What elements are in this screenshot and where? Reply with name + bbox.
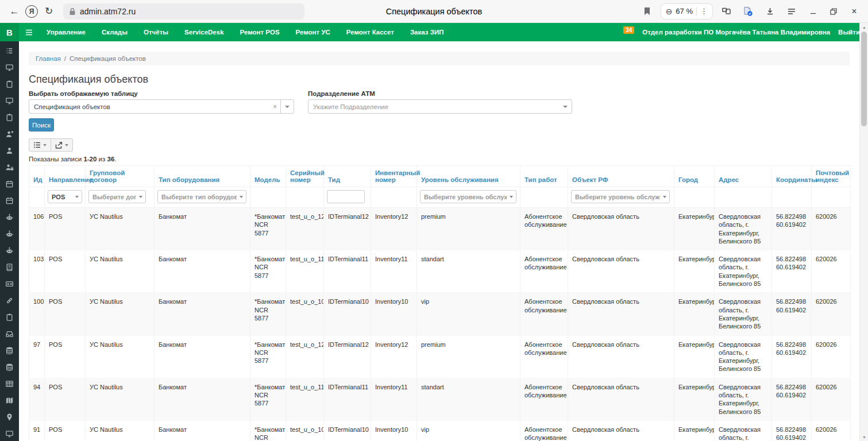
- collections-icon[interactable]: [717, 3, 735, 20]
- sort-link[interactable]: Тип работ: [524, 176, 557, 183]
- calendar-icon[interactable]: [5, 179, 14, 188]
- bookmark-icon[interactable]: [639, 3, 656, 20]
- table-cell: 91: [29, 420, 45, 441]
- robot-icon[interactable]: [5, 246, 14, 255]
- user-menu[interactable]: Отдел разработки ПО Моргачёва Татьяна Вл…: [642, 29, 830, 36]
- table-cell: test_u_o_11: [286, 250, 324, 293]
- table-cell: Свердловская область, г. Екатеринбург, Б…: [715, 293, 772, 335]
- column-header: Адрес: [715, 166, 772, 187]
- id-card-icon[interactable]: [5, 279, 14, 288]
- column-header: Ид: [29, 166, 45, 187]
- nav-item[interactable]: Склады: [94, 23, 136, 41]
- database-icon[interactable]: [5, 346, 14, 355]
- monitor-icon[interactable]: [5, 96, 14, 105]
- nav-item[interactable]: Ремонт Кассет: [338, 23, 402, 41]
- sort-link[interactable]: Серийный номер: [290, 169, 325, 183]
- minimize-icon[interactable]: [805, 3, 821, 20]
- direction-filter-select[interactable]: POS: [48, 190, 82, 203]
- breadcrumb: Главная / Спецификация объектов: [29, 52, 850, 65]
- page-scrollbar[interactable]: ▲ ▼: [859, 23, 868, 441]
- object-filter-select[interactable]: Выберите уровень обслуживания: [571, 190, 670, 203]
- sort-link[interactable]: Направление: [49, 176, 92, 183]
- link-icon[interactable]: [5, 296, 14, 305]
- sort-link[interactable]: Групповой договор: [90, 169, 125, 183]
- calendar-icon[interactable]: [5, 196, 14, 205]
- sort-link[interactable]: Тип оборудования: [159, 176, 219, 183]
- close-icon[interactable]: ×: [846, 3, 862, 20]
- table-cell: 56.822498 60.619402: [772, 378, 812, 420]
- map-icon[interactable]: [5, 396, 14, 405]
- download-icon[interactable]: [761, 3, 778, 20]
- table-cell: 620026: [812, 208, 851, 250]
- database-icon[interactable]: [5, 362, 14, 372]
- back-icon[interactable]: ←: [6, 3, 23, 20]
- nav-item[interactable]: Ремонт УС: [288, 23, 338, 41]
- division-select[interactable]: Укажите Подразделение: [308, 99, 572, 114]
- extension-document-check-icon[interactable]: [739, 3, 757, 20]
- refresh-icon[interactable]: ↻: [40, 3, 57, 20]
- breadcrumb-home-link[interactable]: Главная: [36, 55, 61, 62]
- inbox-icon[interactable]: [5, 329, 14, 338]
- more-options-icon[interactable]: ⋮: [700, 7, 708, 16]
- nav-item[interactable]: ServiceDesk: [176, 23, 232, 41]
- sort-link[interactable]: Инвентарный номер: [375, 169, 420, 183]
- sort-link[interactable]: Почтовый индекс: [816, 169, 849, 183]
- clipboard-icon[interactable]: [5, 312, 14, 322]
- notifications-badge[interactable]: 34: [623, 26, 634, 34]
- table-cell: IDTermianal11: [324, 378, 371, 420]
- columns-menu-button[interactable]: [29, 138, 51, 152]
- sort-link[interactable]: Тид: [328, 176, 340, 183]
- monitor-icon[interactable]: [5, 63, 14, 72]
- records-total: 36: [107, 156, 115, 163]
- user-plus-icon[interactable]: [5, 129, 14, 138]
- sidebar-toggle-icon[interactable]: [19, 23, 38, 41]
- sort-link[interactable]: Объект РФ: [572, 176, 608, 183]
- scrollbar-thumb[interactable]: [861, 32, 867, 126]
- nav-item[interactable]: Отчёты: [136, 23, 176, 41]
- sort-link[interactable]: Ид: [33, 176, 43, 183]
- users-lock-icon[interactable]: [5, 163, 14, 172]
- column-header: Направление: [45, 166, 86, 187]
- restore-icon[interactable]: [825, 3, 842, 20]
- zoom-control[interactable]: ⊖ 67 % ⋮: [661, 3, 713, 20]
- list-icon[interactable]: [5, 46, 14, 55]
- tid-filter-input[interactable]: [327, 190, 365, 203]
- nav-item[interactable]: Ремонт POS: [232, 23, 288, 41]
- sort-link[interactable]: Уровень обслуживания: [421, 176, 499, 183]
- table-row: 94POSУС NautilusБанкомат*Банкомат NCR 58…: [29, 378, 851, 420]
- clipboard-icon[interactable]: [5, 113, 14, 122]
- monitor-icon[interactable]: [5, 429, 14, 438]
- table-select[interactable]: Спецификация объектов ×: [29, 99, 294, 114]
- equipment-type-filter-select[interactable]: Выберите тип оборудования: [157, 190, 246, 203]
- browser-menu-icon[interactable]: [783, 3, 800, 20]
- sort-link[interactable]: Координаты: [776, 176, 817, 183]
- robot-icon[interactable]: [5, 229, 14, 238]
- scroll-up-icon[interactable]: ▲: [860, 23, 868, 31]
- zoom-out-icon[interactable]: ⊖: [666, 7, 673, 16]
- robot-icon[interactable]: [5, 212, 14, 222]
- table-icon[interactable]: [5, 379, 14, 388]
- map-pin-icon[interactable]: [5, 412, 14, 421]
- book-icon[interactable]: [5, 262, 14, 272]
- table-cell: IDTermianal11: [324, 250, 371, 293]
- export-menu-button[interactable]: [51, 138, 73, 152]
- address-bar[interactable]: admin.atm72.ru: [63, 3, 304, 20]
- table-header-row: ИдНаправлениеГрупповой договорТип оборуд…: [29, 166, 851, 187]
- nav-item[interactable]: Управление: [38, 23, 94, 41]
- table-cell: УС Nautilus: [86, 420, 155, 441]
- sort-link[interactable]: Адрес: [719, 176, 739, 183]
- service-level-filter-select[interactable]: Выберите уровень обслуживания: [420, 190, 516, 203]
- clipboard-icon[interactable]: [5, 79, 14, 88]
- table-cell: POS: [45, 420, 86, 441]
- app-logo[interactable]: B: [0, 23, 19, 41]
- clear-selection-icon[interactable]: ×: [269, 103, 280, 111]
- logout-button[interactable]: Выйти: [838, 29, 860, 36]
- contract-filter-select[interactable]: Выберите договор: [88, 190, 146, 203]
- user-icon[interactable]: [5, 146, 14, 155]
- scroll-down-icon[interactable]: ▼: [860, 433, 868, 441]
- search-button[interactable]: Поиск: [29, 118, 54, 131]
- nav-item[interactable]: Заказ ЗИП: [402, 23, 452, 41]
- yandex-browser-icon[interactable]: Я: [23, 3, 40, 20]
- sort-link[interactable]: Город: [678, 176, 698, 183]
- sort-link[interactable]: Модель: [254, 176, 280, 183]
